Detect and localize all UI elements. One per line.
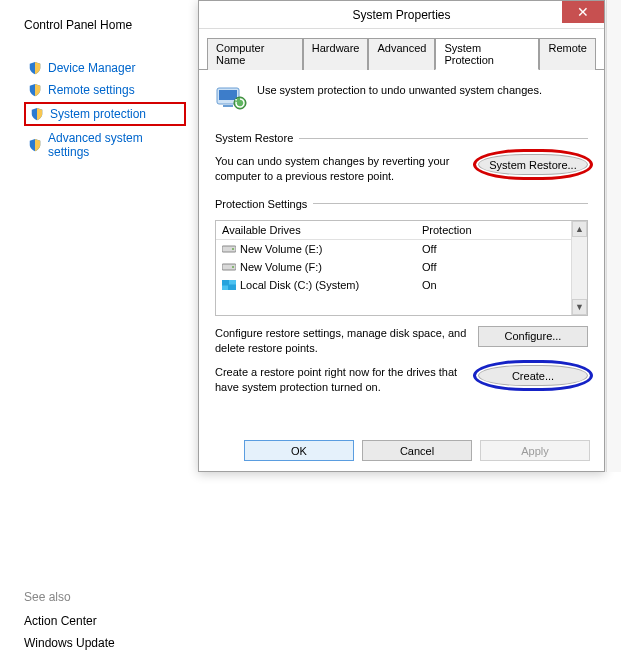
control-panel-sidebar: Control Panel Home Device Manager Remote… — [0, 0, 198, 164]
svg-rect-2 — [223, 105, 233, 107]
shield-icon — [28, 138, 42, 152]
ok-button[interactable]: OK — [244, 440, 354, 461]
col-protection: Protection — [416, 221, 571, 239]
nav-link[interactable]: Remote settings — [48, 83, 135, 97]
titlebar[interactable]: System Properties ✕ — [199, 1, 604, 29]
drive-row[interactable]: New Volume (F:) Off — [216, 258, 571, 276]
see-also-action-center[interactable]: Action Center — [24, 614, 115, 628]
intro-row: Use system protection to undo unwanted s… — [215, 82, 588, 114]
group-label: System Restore — [215, 132, 293, 144]
tab-remote[interactable]: Remote — [539, 38, 596, 70]
nav-item-device-manager[interactable]: Device Manager — [24, 58, 186, 78]
configure-description: Configure restore settings, manage disk … — [215, 326, 470, 356]
scroll-up-button[interactable]: ▲ — [572, 221, 587, 237]
hdd-icon — [222, 262, 236, 272]
svg-rect-12 — [229, 285, 236, 290]
right-edge-crop — [606, 0, 621, 472]
drive-name: New Volume (F:) — [240, 261, 322, 273]
nav-link[interactable]: System protection — [50, 107, 146, 121]
svg-rect-9 — [222, 280, 228, 285]
divider — [313, 203, 588, 204]
nav-link[interactable]: Device Manager — [48, 61, 135, 75]
tab-body: Use system protection to undo unwanted s… — [199, 70, 604, 417]
svg-point-5 — [232, 248, 234, 250]
control-panel-home-heading: Control Panel Home — [24, 18, 186, 32]
drive-status: On — [416, 276, 571, 294]
nav-item-advanced-settings[interactable]: Advanced system settings — [24, 128, 186, 162]
svg-rect-11 — [222, 285, 228, 290]
close-icon: ✕ — [577, 4, 589, 20]
restore-description: You can undo system changes by reverting… — [215, 154, 470, 184]
configure-button[interactable]: Configure... — [478, 326, 588, 347]
cancel-button[interactable]: Cancel — [362, 440, 472, 461]
shield-icon — [30, 107, 44, 121]
protection-settings-group: Protection Settings Available Drives Pro… — [215, 198, 588, 395]
create-button[interactable]: Create... — [478, 365, 588, 386]
tab-advanced[interactable]: Advanced — [368, 38, 435, 70]
group-label: Protection Settings — [215, 198, 307, 210]
scroll-down-button[interactable]: ▼ — [572, 299, 587, 315]
drive-status: Off — [416, 240, 571, 258]
system-protection-icon — [215, 82, 247, 114]
shield-icon — [28, 61, 42, 75]
tab-system-protection[interactable]: System Protection — [435, 38, 539, 70]
divider — [299, 138, 588, 139]
svg-rect-10 — [229, 280, 236, 285]
nav-list: Device Manager Remote settings System pr… — [24, 58, 186, 162]
create-description: Create a restore point right now for the… — [215, 365, 470, 395]
configure-row: Configure restore settings, manage disk … — [215, 326, 588, 356]
nav-link[interactable]: Advanced system settings — [48, 131, 182, 159]
drives-listbox[interactable]: Available Drives Protection New Volume (… — [215, 220, 588, 316]
group-title-protection: Protection Settings — [215, 198, 588, 210]
tab-hardware[interactable]: Hardware — [303, 38, 369, 70]
tab-computer-name[interactable]: Computer Name — [207, 38, 303, 70]
system-properties-dialog: System Properties ✕ Computer Name Hardwa… — [198, 0, 605, 472]
svg-point-7 — [232, 266, 234, 268]
create-row: Create a restore point right now for the… — [215, 365, 588, 395]
nav-item-system-protection[interactable]: System protection — [24, 102, 186, 126]
hdd-icon — [222, 244, 236, 254]
scrollbar[interactable]: ▲ ▼ — [571, 221, 587, 315]
col-available-drives: Available Drives — [216, 221, 416, 239]
windows-drive-icon — [222, 280, 236, 290]
nav-item-remote-settings[interactable]: Remote settings — [24, 80, 186, 100]
apply-button[interactable]: Apply — [480, 440, 590, 461]
system-restore-button[interactable]: System Restore... — [478, 154, 588, 175]
scroll-track[interactable] — [572, 237, 587, 299]
tabstrip: Computer Name Hardware Advanced System P… — [199, 29, 604, 70]
drive-row[interactable]: Local Disk (C:) (System) On — [216, 276, 571, 294]
group-title-restore: System Restore — [215, 132, 588, 144]
see-also-heading: See also — [24, 590, 115, 604]
drives-header-row: Available Drives Protection — [216, 221, 571, 240]
see-also-section: See also Action Center Windows Update — [24, 590, 115, 658]
dialog-button-row: OK Cancel Apply — [244, 440, 590, 461]
svg-rect-1 — [219, 90, 237, 100]
drive-name: Local Disk (C:) (System) — [240, 279, 359, 291]
drive-row[interactable]: New Volume (E:) Off — [216, 240, 571, 258]
dialog-title: System Properties — [352, 8, 450, 22]
close-button[interactable]: ✕ — [562, 1, 604, 23]
shield-icon — [28, 83, 42, 97]
drives-list: Available Drives Protection New Volume (… — [216, 221, 571, 315]
system-restore-group: System Restore You can undo system chang… — [215, 132, 588, 184]
drive-name: New Volume (E:) — [240, 243, 323, 255]
intro-text: Use system protection to undo unwanted s… — [257, 82, 542, 96]
see-also-windows-update[interactable]: Windows Update — [24, 636, 115, 650]
drive-status: Off — [416, 258, 571, 276]
